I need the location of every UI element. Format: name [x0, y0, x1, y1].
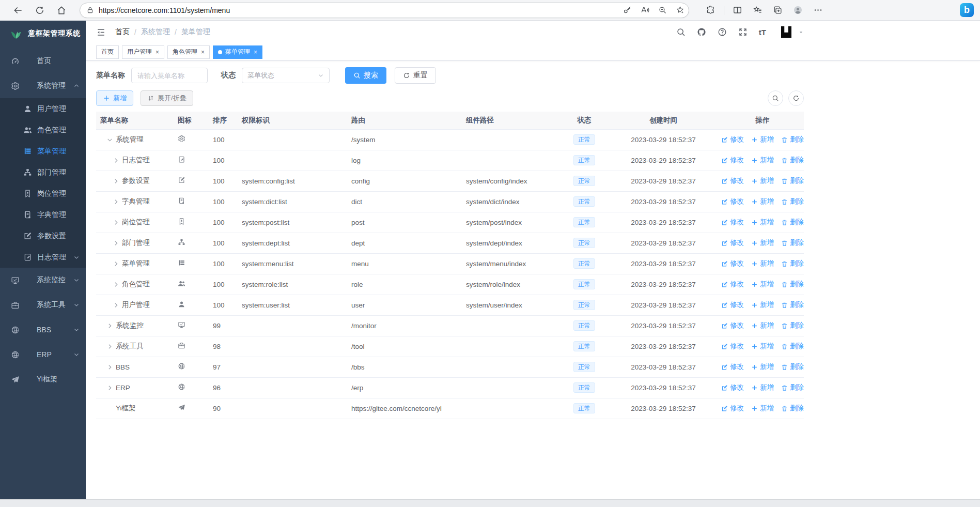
search-icon[interactable]	[676, 27, 686, 37]
sidebar-item-config[interactable]: 参数设置	[0, 225, 86, 247]
sidebar-item-user[interactable]: 用户管理	[0, 98, 86, 119]
github-icon[interactable]	[697, 27, 706, 37]
address-bar[interactable]: https://ccnetcore.com:1101/system/menu	[80, 3, 689, 18]
profile-avatar[interactable]	[793, 5, 803, 15]
row-add-link[interactable]: 新增	[751, 404, 774, 413]
expand-row-icon[interactable]	[113, 198, 119, 205]
expand-row-icon[interactable]	[113, 281, 119, 288]
sidebar-item-monitor[interactable]: 系统监控	[0, 268, 86, 293]
row-edit-link[interactable]: 修改	[721, 300, 744, 310]
row-add-link[interactable]: 新增	[751, 176, 774, 186]
expand-row-icon[interactable]	[106, 322, 113, 329]
lock-icon[interactable]	[86, 6, 94, 14]
row-add-link[interactable]: 新增	[751, 259, 774, 268]
show-search-button[interactable]	[768, 90, 783, 106]
row-delete-link[interactable]: 删除	[781, 259, 804, 268]
expand-row-icon[interactable]	[113, 260, 119, 267]
row-delete-link[interactable]: 删除	[781, 197, 804, 206]
expand-row-icon[interactable]	[113, 219, 119, 226]
sidebar-item-menu[interactable]: 菜单管理	[0, 141, 86, 162]
row-delete-link[interactable]: 删除	[781, 218, 804, 227]
tab-menu[interactable]: 菜单管理×	[213, 45, 262, 59]
horizontal-scrollbar[interactable]	[0, 499, 980, 507]
row-edit-link[interactable]: 修改	[721, 342, 744, 351]
expand-collapse-button[interactable]: 展开/折叠	[141, 90, 193, 106]
row-edit-link[interactable]: 修改	[721, 404, 744, 413]
back-icon[interactable]	[13, 5, 23, 16]
sidebar-item-home[interactable]: 首页	[0, 49, 86, 73]
row-delete-link[interactable]: 删除	[781, 383, 804, 392]
row-edit-link[interactable]: 修改	[721, 259, 744, 268]
sidebar-item-dept[interactable]: 部门管理	[0, 162, 86, 183]
expand-row-icon[interactable]	[113, 157, 119, 164]
tab-user[interactable]: 用户管理×	[122, 45, 164, 59]
row-add-link[interactable]: 新增	[751, 280, 774, 289]
row-delete-link[interactable]: 删除	[781, 280, 804, 289]
more-settings-icon[interactable]	[813, 5, 823, 15]
row-add-link[interactable]: 新增	[751, 383, 774, 392]
password-key-icon[interactable]	[623, 6, 632, 14]
row-add-link[interactable]: 新增	[751, 238, 774, 248]
sidebar-item-dict[interactable]: 字典管理	[0, 204, 86, 225]
sidebar-item-log[interactable]: 日志管理	[0, 247, 86, 268]
tab-role[interactable]: 角色管理×	[167, 45, 210, 59]
row-delete-link[interactable]: 删除	[781, 321, 804, 330]
row-delete-link[interactable]: 删除	[781, 342, 804, 351]
row-delete-link[interactable]: 删除	[781, 362, 804, 372]
row-edit-link[interactable]: 修改	[721, 218, 744, 227]
row-edit-link[interactable]: 修改	[721, 362, 744, 372]
expand-row-icon[interactable]	[113, 302, 119, 309]
sidebar-item-role[interactable]: 角色管理	[0, 119, 86, 141]
expand-row-icon[interactable]	[106, 385, 113, 391]
sidebar-item-tool[interactable]: 系统工具	[0, 293, 86, 317]
breadcrumb-item[interactable]: 首页	[115, 27, 130, 37]
refresh-table-button[interactable]	[788, 90, 804, 106]
url-text[interactable]: https://ccnetcore.com:1101/system/menu	[99, 6, 614, 14]
collapse-sidebar-icon[interactable]	[96, 27, 106, 37]
sidebar-item-bbs[interactable]: BBS	[0, 317, 86, 342]
row-delete-link[interactable]: 删除	[781, 300, 804, 310]
row-add-link[interactable]: 新增	[751, 135, 774, 144]
collapse-row-icon[interactable]	[106, 136, 113, 143]
reset-button[interactable]: 重置	[395, 67, 436, 84]
row-add-link[interactable]: 新增	[751, 342, 774, 351]
menu-name-input[interactable]	[131, 68, 208, 83]
avatar-caret-icon[interactable]	[798, 29, 804, 35]
row-delete-link[interactable]: 删除	[781, 404, 804, 413]
row-delete-link[interactable]: 删除	[781, 156, 804, 165]
split-screen-icon[interactable]	[733, 5, 742, 15]
row-edit-link[interactable]: 修改	[721, 321, 744, 330]
sidebar-item-post[interactable]: 岗位管理	[0, 183, 86, 204]
status-select[interactable]: 菜单状态	[242, 68, 330, 83]
row-edit-link[interactable]: 修改	[721, 238, 744, 248]
expand-row-icon[interactable]	[113, 240, 119, 247]
close-tab-icon[interactable]: ×	[155, 49, 159, 55]
row-edit-link[interactable]: 修改	[721, 383, 744, 392]
row-delete-link[interactable]: 删除	[781, 238, 804, 248]
fullscreen-icon[interactable]	[738, 27, 748, 37]
row-edit-link[interactable]: 修改	[721, 176, 744, 186]
expand-row-icon[interactable]	[106, 343, 113, 350]
row-edit-link[interactable]: 修改	[721, 156, 744, 165]
extensions-icon[interactable]	[706, 5, 715, 15]
expand-row-icon[interactable]	[106, 364, 113, 371]
row-add-link[interactable]: 新增	[751, 300, 774, 310]
favorites-icon[interactable]	[753, 5, 763, 15]
user-avatar[interactable]	[779, 24, 794, 40]
row-add-link[interactable]: 新增	[751, 362, 774, 372]
row-add-link[interactable]: 新增	[751, 156, 774, 165]
font-size-icon[interactable]: tT	[759, 28, 766, 37]
sidebar-item-erp[interactable]: ERP	[0, 342, 86, 367]
read-aloud-icon[interactable]	[641, 6, 649, 14]
collections-icon[interactable]	[773, 5, 783, 15]
search-button[interactable]: 搜索	[345, 67, 386, 84]
home-icon[interactable]	[56, 5, 67, 16]
expand-row-icon[interactable]	[113, 178, 119, 185]
sidebar-item-system[interactable]: 系统管理	[0, 73, 86, 98]
row-add-link[interactable]: 新增	[751, 321, 774, 330]
add-button[interactable]: 新增	[96, 90, 133, 106]
help-icon[interactable]	[718, 27, 727, 37]
row-add-link[interactable]: 新增	[751, 197, 774, 206]
tab-home[interactable]: 首页	[96, 45, 119, 59]
bing-sidebar-icon[interactable]: b	[960, 3, 974, 17]
